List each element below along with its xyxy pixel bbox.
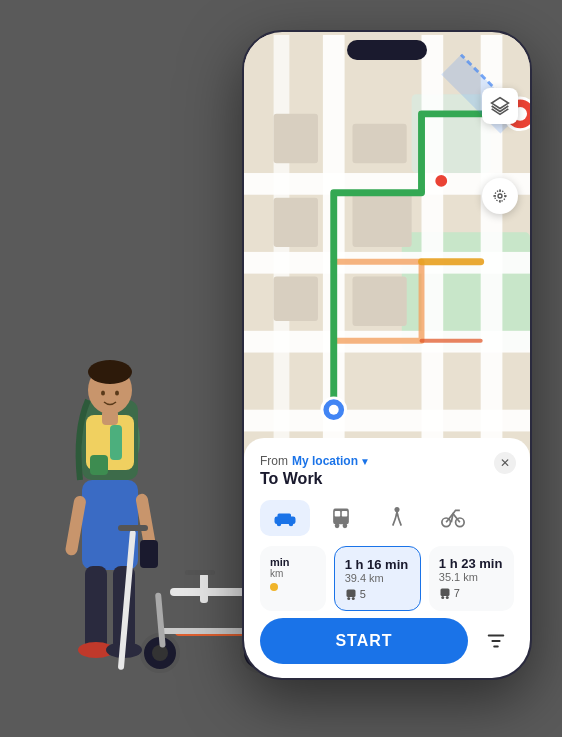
route-3-stops: 7 xyxy=(439,587,504,599)
svg-rect-4 xyxy=(110,425,122,460)
svg-rect-41 xyxy=(352,193,411,247)
svg-rect-43 xyxy=(352,277,406,326)
svg-point-68 xyxy=(347,597,350,600)
svg-rect-45 xyxy=(352,124,406,163)
my-location-button[interactable] xyxy=(482,178,518,214)
svg-rect-13 xyxy=(102,410,118,425)
route-2-time: 1 h 16 min xyxy=(345,557,410,572)
route-3-stops-count: 7 xyxy=(454,587,460,599)
svg-rect-38 xyxy=(422,35,444,459)
route-2-stops: 5 xyxy=(345,588,410,600)
tab-bus[interactable] xyxy=(316,500,366,536)
route-card-2[interactable]: 1 h 16 min 39.4 km 5 xyxy=(334,546,421,611)
svg-rect-19 xyxy=(118,525,148,531)
svg-point-12 xyxy=(115,391,119,396)
svg-point-62 xyxy=(335,524,340,529)
route-3-time: 1 h 23 min xyxy=(439,556,504,571)
route-card-1[interactable]: min km xyxy=(260,546,326,611)
svg-point-71 xyxy=(441,596,444,599)
close-button[interactable]: ✕ xyxy=(494,452,516,474)
from-label: From xyxy=(260,454,288,468)
svg-rect-61 xyxy=(342,511,348,517)
start-button[interactable]: START xyxy=(260,618,468,664)
svg-point-10 xyxy=(88,360,132,384)
filter-button[interactable] xyxy=(476,621,516,661)
route-1-distance: km xyxy=(270,568,316,579)
route-2-distance: 39.4 km xyxy=(345,572,410,584)
tab-car[interactable] xyxy=(260,500,310,536)
svg-point-63 xyxy=(343,524,348,529)
from-line: From My location ▼ xyxy=(260,454,514,468)
svg-rect-60 xyxy=(335,511,341,517)
svg-rect-7 xyxy=(140,540,158,568)
layers-button[interactable] xyxy=(482,88,518,124)
svg-rect-70 xyxy=(440,589,449,597)
phone-notch xyxy=(347,40,427,60)
svg-rect-14 xyxy=(85,566,107,651)
route-3-distance: 35.1 km xyxy=(439,571,504,583)
svg-point-57 xyxy=(277,522,282,527)
dropdown-arrow-icon[interactable]: ▼ xyxy=(360,456,370,467)
person-illustration xyxy=(10,200,220,700)
svg-point-49 xyxy=(434,174,448,188)
svg-point-48 xyxy=(329,405,339,415)
destination-label: To Work xyxy=(260,470,514,488)
svg-point-58 xyxy=(289,522,294,527)
svg-rect-42 xyxy=(274,198,318,247)
svg-point-53 xyxy=(498,194,502,198)
route-1-stops xyxy=(270,583,316,591)
phone-frame: From My location ▼ ✕ To Work xyxy=(242,30,532,680)
svg-point-11 xyxy=(101,391,105,396)
my-location-label[interactable]: My location xyxy=(292,454,358,468)
map-area[interactable] xyxy=(244,32,530,462)
bottom-actions: START xyxy=(260,618,516,664)
svg-rect-44 xyxy=(274,277,318,321)
tab-bike[interactable] xyxy=(428,500,478,536)
svg-point-72 xyxy=(446,596,449,599)
route-1-time: min xyxy=(270,556,316,568)
svg-point-54 xyxy=(495,191,506,202)
svg-rect-3 xyxy=(90,455,108,475)
tab-walk[interactable] xyxy=(372,500,422,536)
start-button-container: START xyxy=(260,618,468,664)
svg-point-64 xyxy=(394,507,399,512)
route-card-3[interactable]: 1 h 23 min 35.1 km 7 xyxy=(429,546,514,611)
svg-rect-67 xyxy=(346,590,355,598)
bottom-panel: From My location ▼ ✕ To Work xyxy=(244,438,530,678)
route-2-stops-count: 5 xyxy=(360,588,366,600)
transport-tabs xyxy=(260,500,514,536)
route-options: min km 1 h 16 min 39.4 km 5 1 h 23 min xyxy=(260,546,514,611)
svg-rect-46 xyxy=(274,114,318,163)
svg-rect-56 xyxy=(278,514,292,520)
svg-point-69 xyxy=(351,597,354,600)
